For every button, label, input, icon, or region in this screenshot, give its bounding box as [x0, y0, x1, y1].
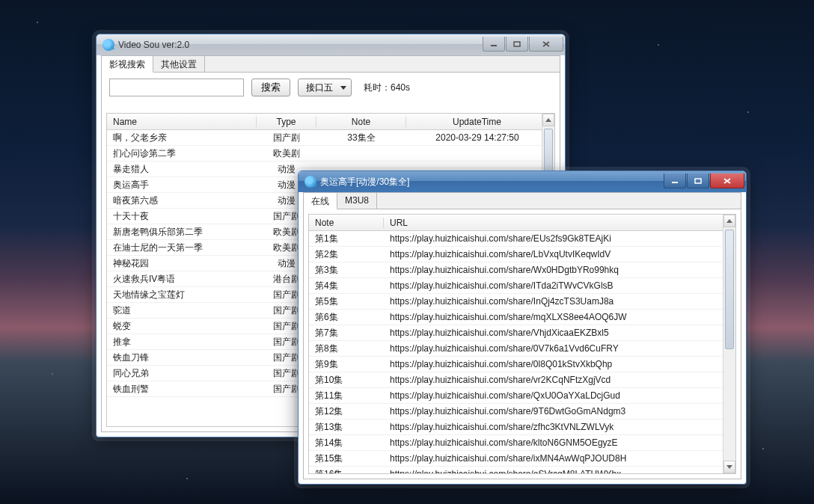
vertical-scrollbar[interactable]: [723, 215, 735, 473]
col-note[interactable]: Note: [316, 117, 406, 127]
cell-note: 第9集: [309, 358, 384, 371]
cell-name: 奥运高手: [107, 179, 257, 191]
table-row[interactable]: 第15集https://play.huizhicaishui.com/share…: [309, 451, 735, 467]
minimize-button[interactable]: [483, 37, 505, 52]
cell-url: https://play.huizhicaishui.com/share/ITd…: [384, 280, 735, 291]
cell-note: 第13集: [309, 421, 384, 434]
tab-m3u8[interactable]: M3U8: [337, 193, 377, 209]
cell-name: 驼道: [107, 304, 257, 317]
cell-note: 第7集: [309, 327, 384, 339]
cell-name: 火速救兵IV粤语: [107, 273, 257, 286]
cell-url: https://play.huizhicaishui.com/share/Vhj…: [384, 328, 735, 338]
window-title: Video Sou ver:2.0: [118, 40, 482, 50]
table-row[interactable]: 第7集https://play.huizhicaishui.com/share/…: [309, 325, 735, 341]
chevron-down-icon: [340, 86, 346, 90]
cell-url: https://play.huizhicaishui.com/share/vr2…: [384, 375, 735, 385]
svg-rect-2: [672, 182, 678, 183]
close-button[interactable]: [710, 173, 744, 188]
toolbar: 搜索 接口五 耗时：640s: [102, 73, 560, 102]
tab-search[interactable]: 影视搜索: [102, 56, 153, 73]
table-row[interactable]: 啊，父老乡亲国产剧33集全2020-03-29 14:27:50: [107, 130, 554, 146]
table-header: Note URL: [309, 215, 735, 231]
cell-url: https://play.huizhicaishui.com/share/ixM…: [384, 453, 735, 464]
cell-name: 新唐老鸭俱乐部第二季: [107, 226, 257, 239]
cell-name: 天地情缘之宝莲灯: [107, 289, 257, 301]
scroll-down-button[interactable]: [723, 461, 735, 473]
cell-note: 第5集: [309, 295, 384, 308]
cell-note: 第11集: [309, 390, 384, 402]
col-url[interactable]: URL: [384, 218, 735, 228]
table-row[interactable]: 第16集https://play.huizhicaishui.com/share…: [309, 467, 735, 474]
detail-window: 奥运高手[动漫/30集全] 在线 M3U8 Note URL 第1集https:…: [298, 170, 747, 485]
table-row[interactable]: 第3集https://play.huizhicaishui.com/share/…: [309, 262, 735, 278]
cell-name: 蜕变: [107, 320, 257, 333]
cell-url: https://play.huizhicaishui.com/share/9T6…: [384, 406, 735, 417]
cell-type: 国产剧: [257, 132, 316, 144]
app-icon: [102, 39, 114, 51]
cell-url: https://play.huizhicaishui.com/share/EUs…: [384, 233, 735, 244]
col-name[interactable]: Name: [107, 117, 257, 127]
table-row[interactable]: 第4集https://play.huizhicaishui.com/share/…: [309, 278, 735, 294]
cell-name: 铁血刑警: [107, 383, 257, 396]
close-button[interactable]: [529, 37, 563, 52]
table-row[interactable]: 第14集https://play.huizhicaishui.com/share…: [309, 435, 735, 451]
cell-url: https://play.huizhicaishui.com/share/mqX…: [384, 312, 735, 322]
maximize-button[interactable]: [687, 173, 709, 188]
cell-note: 第8集: [309, 342, 384, 355]
cell-url: https://play.huizhicaishui.com/share/Wx0…: [384, 265, 735, 275]
cell-note: 第1集: [309, 233, 384, 245]
cell-url: https://play.huizhicaishui.com/share/InQ…: [384, 296, 735, 307]
cell-note: 第2集: [309, 248, 384, 261]
cell-note: 第16集: [309, 468, 384, 475]
cell-name: 铁血刀锋: [107, 351, 257, 364]
tab-bar: 影视搜索 其他设置: [102, 56, 560, 73]
cell-name: 扪心问诊第二季: [107, 147, 257, 160]
cell-update: 2020-03-29 14:27:50: [406, 132, 548, 143]
cell-name: 在迪士尼的一天第一季: [107, 242, 257, 254]
cell-url: https://play.huizhicaishui.com/share/zfh…: [384, 422, 735, 432]
interface-select-value: 接口五: [306, 82, 333, 94]
cell-url: https://play.huizhicaishui.com/share/0V7…: [384, 343, 735, 354]
table-row[interactable]: 第1集https://play.huizhicaishui.com/share/…: [309, 231, 735, 247]
table-row[interactable]: 第5集https://play.huizhicaishui.com/share/…: [309, 294, 735, 310]
cell-url: https://play.huizhicaishui.com/share/QxU…: [384, 390, 735, 401]
cell-type: 欧美剧: [257, 147, 316, 160]
tab-online[interactable]: 在线: [304, 193, 337, 209]
cell-name: 同心兄弟: [107, 367, 257, 380]
cell-url: https://play.huizhicaishui.com/share/LbV…: [384, 249, 735, 259]
scroll-thumb[interactable]: [725, 230, 734, 349]
search-button[interactable]: 搜索: [251, 79, 290, 96]
tab-bar: 在线 M3U8: [304, 193, 741, 209]
minimize-button[interactable]: [664, 173, 686, 188]
titlebar[interactable]: 奥运高手[动漫/30集全]: [299, 171, 746, 192]
col-update[interactable]: UpdateTime: [406, 117, 548, 127]
table-row[interactable]: 第9集https://play.huizhicaishui.com/share/…: [309, 357, 735, 372]
cell-note: 第15集: [309, 452, 384, 465]
cell-note: 第12集: [309, 405, 384, 418]
cell-note: 第4集: [309, 280, 384, 292]
cell-url: https://play.huizhicaishui.com/share/klt…: [384, 437, 735, 448]
svg-rect-1: [514, 42, 520, 46]
cell-note: 第6集: [309, 311, 384, 324]
maximize-button[interactable]: [506, 37, 528, 52]
cell-url: https://play.huizhicaishui.com/share/0l8…: [384, 359, 735, 369]
table-row[interactable]: 第11集https://play.huizhicaishui.com/share…: [309, 388, 735, 404]
table-row[interactable]: 第2集https://play.huizhicaishui.com/share/…: [309, 247, 735, 262]
table-row[interactable]: 第12集https://play.huizhicaishui.com/share…: [309, 404, 735, 420]
table-row[interactable]: 第10集https://play.huizhicaishui.com/share…: [309, 372, 735, 388]
scroll-up-button[interactable]: [723, 215, 735, 227]
interface-select[interactable]: 接口五: [298, 79, 352, 96]
table-header: Name Type Note UpdateTime: [107, 114, 554, 130]
table-row[interactable]: 第13集https://play.huizhicaishui.com/share…: [309, 420, 735, 435]
cell-name: 推拿: [107, 336, 257, 348]
col-type[interactable]: Type: [257, 117, 316, 127]
table-row[interactable]: 扪心问诊第二季欧美剧: [107, 146, 554, 162]
tab-settings[interactable]: 其他设置: [153, 56, 205, 72]
scroll-up-button[interactable]: [542, 114, 554, 126]
search-input[interactable]: [109, 79, 244, 96]
svg-rect-3: [695, 179, 701, 183]
col-note[interactable]: Note: [309, 218, 384, 228]
titlebar[interactable]: Video Sou ver:2.0: [97, 34, 565, 55]
table-row[interactable]: 第8集https://play.huizhicaishui.com/share/…: [309, 341, 735, 357]
table-row[interactable]: 第6集https://play.huizhicaishui.com/share/…: [309, 310, 735, 325]
